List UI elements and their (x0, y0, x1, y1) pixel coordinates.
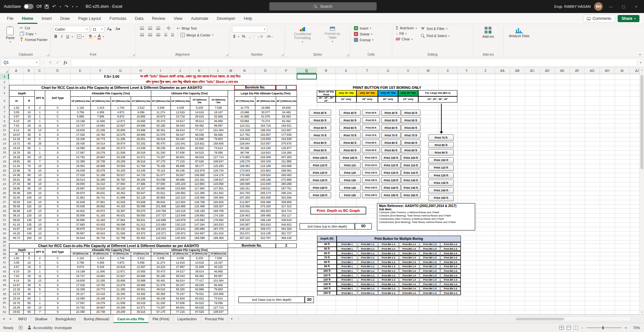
column-header-X[interactable]: X (438, 68, 457, 74)
column-header-AF[interactable]: AF (570, 68, 585, 74)
ribbon-tab-home[interactable]: Home (18, 13, 37, 24)
sheet-tab-boring-auto[interactable]: Boring(Auto) (52, 315, 80, 323)
print-bh-button-130-ft-print-bh-1-5[interactable]: Print BH 1-5 (420, 282, 440, 286)
print-button-only-24-dia-print-90-ft[interactable]: Print 90 ft (401, 147, 421, 153)
column-header-A[interactable]: A (9, 68, 23, 74)
clipboard-dialog-launcher-icon[interactable] (47, 54, 49, 56)
font-color-caret-icon[interactable]: ▾ (103, 35, 104, 38)
row-header-4[interactable]: 4 (0, 90, 9, 96)
zoom-in-button[interactable]: + (625, 326, 627, 330)
print-bh-button-100-ft-print-bh-1-2[interactable]: Print BH 1-2 (358, 269, 378, 273)
print-bh-button-130-ft-print-bh-1-2[interactable]: Print BH 1-2 (358, 282, 378, 286)
font-size-select[interactable]: 11▾ (91, 26, 104, 33)
print-bh-button-110-ft-print-bh-1[interactable]: Print BH 1 (337, 273, 357, 277)
row-header-29[interactable]: 29 (0, 209, 9, 213)
print-button-for-large-dia-bh-1-print-70-ft[interactable]: Print 70 ft (428, 134, 454, 141)
print-bh-button-40-ft-print-bh-1-2[interactable]: Print BH 1-2 (358, 242, 378, 246)
print-button-basic-all-dia-print-print-80-ft[interactable]: Print 80 ft (309, 140, 331, 146)
row-header-3[interactable]: 3 (0, 85, 9, 90)
print-bh-button-50-ft-print-bh-1[interactable]: Print BH 1 (337, 247, 357, 251)
print-bh-button-90-ft-print-bh-1-2[interactable]: Print BH 1-2 (358, 265, 378, 269)
print-button-for-large-dia-bh-1-print-80-ft[interactable]: Print 80 ft (428, 142, 454, 148)
vertical-scroll-thumb[interactable] (640, 75, 643, 169)
select-all-corner[interactable] (0, 68, 9, 74)
print-button-only-18-dia-print-130-ft[interactable]: Print 130 ft (362, 177, 380, 183)
print-bh-button-40-ft-print-bh-1-4[interactable]: Print BH 1-4 (399, 242, 419, 246)
align-right-button[interactable] (155, 32, 162, 37)
row-header-14[interactable]: 14 (0, 141, 9, 146)
print-bh-button-90-ft-print-bh-1-6[interactable]: Print BH 1-6 (440, 265, 461, 269)
row-header-48[interactable]: 48 (0, 292, 9, 296)
row-header-40[interactable]: 40 (0, 256, 9, 260)
cut-button[interactable]: ✂Cut (19, 26, 48, 30)
sheet-options-icon[interactable]: ⋮ (235, 315, 242, 323)
column-header-Q[interactable]: Q (297, 68, 317, 74)
print-bh-button-110-ft-print-bh-1-6[interactable]: Print BH 1-6 (440, 273, 461, 277)
format-as-table-button[interactable]: Format as Table ▾ (320, 26, 345, 44)
print-button-basic-all-dia-print-print-40-ft[interactable]: Print 40 ft (309, 110, 331, 116)
row-header-15[interactable]: 15 (0, 146, 9, 150)
fill-color-caret-icon[interactable]: ▾ (94, 35, 96, 38)
search-box[interactable]: Search (269, 2, 377, 10)
vertical-scrollbar[interactable]: ▴ ▾ (639, 68, 644, 314)
sheet-nav-right-icon[interactable]: ▶ (7, 315, 14, 323)
number-dialog-launcher-icon[interactable] (281, 54, 284, 56)
accounting-caret-icon[interactable]: ▾ (238, 35, 239, 38)
name-box[interactable]: Q1▾ (1, 59, 40, 66)
print-button-only-16-dia-print-130[interactable]: Print 130 (339, 177, 361, 183)
print-bh-button-80-ft-print-bh-1-4[interactable]: Print BH 1-4 (399, 260, 419, 264)
row-header-2[interactable]: 2 (0, 79, 9, 85)
print-bh-button-60-ft-print-bh-1[interactable]: Print BH 1 (337, 251, 357, 255)
collapse-ribbon-icon[interactable]: ▴ (639, 52, 641, 56)
row-header-37[interactable]: 37 (0, 243, 9, 248)
print-button-basic-all-dia-print-print-120-ft[interactable]: Print 120 ft (309, 170, 331, 176)
font-color-button[interactable]: A (97, 34, 102, 39)
print-button-only-16-dia-print-140[interactable]: Print 140 (339, 185, 361, 191)
horizontal-scroll-thumb[interactable] (516, 318, 564, 320)
sheet-nav-left-icon[interactable]: ◀ (0, 315, 7, 323)
print-bh-button-80-ft-print-bh-1-2[interactable]: Print BH 1-2 (358, 260, 378, 264)
print-button-for-large-dia-bh-1-print-140-ft[interactable]: Print 140 ft (428, 187, 454, 193)
conditional-formatting-button[interactable]: Conditional Formatting ▾ (288, 26, 317, 44)
align-bottom-button[interactable] (155, 26, 162, 31)
increase-font-button[interactable]: A▴ (106, 26, 113, 32)
copy-button[interactable]: Copy▾ (19, 31, 48, 36)
print-bh-button-70-ft-print-bh-1-5[interactable]: Print BH 1-5 (420, 256, 440, 260)
print-button-only-18-dia-print-90-ft[interactable]: Print 90 ft (362, 147, 380, 153)
minimize-button[interactable]: — (606, 5, 615, 8)
formula-bar-expand-icon[interactable]: ▾ (640, 61, 644, 64)
print-button-only-24-dia-print-70-ft[interactable]: Print 70 ft (401, 132, 421, 138)
print-bh-button-100-ft-print-bh-1-5[interactable]: Print BH 1-5 (420, 269, 440, 273)
fill-button[interactable]: ↓Fill▾ (395, 31, 418, 36)
print-button-only-16-dia-print-50-ft[interactable]: Print 50 ft (339, 117, 361, 123)
print-button-only-24-dia-print-130-ft[interactable]: Print 130 ft (401, 177, 421, 183)
normal-view-icon[interactable] (559, 326, 564, 330)
row-header-35[interactable]: 35 (0, 236, 9, 240)
new-sheet-button[interactable]: + (228, 315, 235, 323)
grid-canvas[interactable]: F.S= 3.00সব ডাটা "Info" Sheet থেকেই এসেছ… (0, 74, 639, 314)
print-bh-button-120-ft-print-bh-1-6[interactable]: Print BH 1-6 (440, 278, 461, 282)
row-header-19[interactable]: 19 (0, 164, 9, 168)
column-header-G[interactable]: G (111, 68, 131, 74)
ribbon-tab-data[interactable]: Data (131, 13, 148, 24)
print-button-only-20-dia-print-70-ft[interactable]: Print 70 ft (381, 132, 401, 138)
print-button-only-18-dia-print-110-ft[interactable]: Print 110 ft (362, 162, 380, 168)
comments-button[interactable]: Comments (583, 15, 615, 22)
decrease-font-button[interactable]: A▾ (114, 26, 121, 32)
print-button-only-18-dia-print-140-ft[interactable]: Print 140 ft (362, 185, 380, 191)
column-header-K[interactable]: K (190, 68, 209, 74)
print-bh-button-50-ft-print-bh-1-2[interactable]: Print BH 1-2 (358, 247, 378, 251)
row-header-11[interactable]: 11 (0, 128, 9, 132)
row-header-17[interactable]: 17 (0, 155, 9, 159)
percent-style-button[interactable]: % (240, 34, 247, 39)
column-header-T[interactable]: T (356, 68, 378, 74)
print-button-only-18-dia-print-150-ft[interactable]: Print 150 ft (362, 192, 380, 198)
print-bh-button-130-ft-print-bh-1[interactable]: Print BH 1 (337, 282, 357, 286)
column-header-AG[interactable]: AG (585, 68, 600, 74)
row-header-41[interactable]: 41 (0, 260, 9, 265)
print-bh-button-40-ft-print-bh-1-5[interactable]: Print BH 1-5 (420, 242, 440, 246)
print-bh-button-120-ft-print-bh-1-5[interactable]: Print BH 1-5 (420, 278, 440, 282)
row-header-22[interactable]: 22 (0, 177, 9, 182)
macro-record-icon[interactable] (19, 326, 22, 329)
column-header-I[interactable]: I (151, 68, 170, 74)
